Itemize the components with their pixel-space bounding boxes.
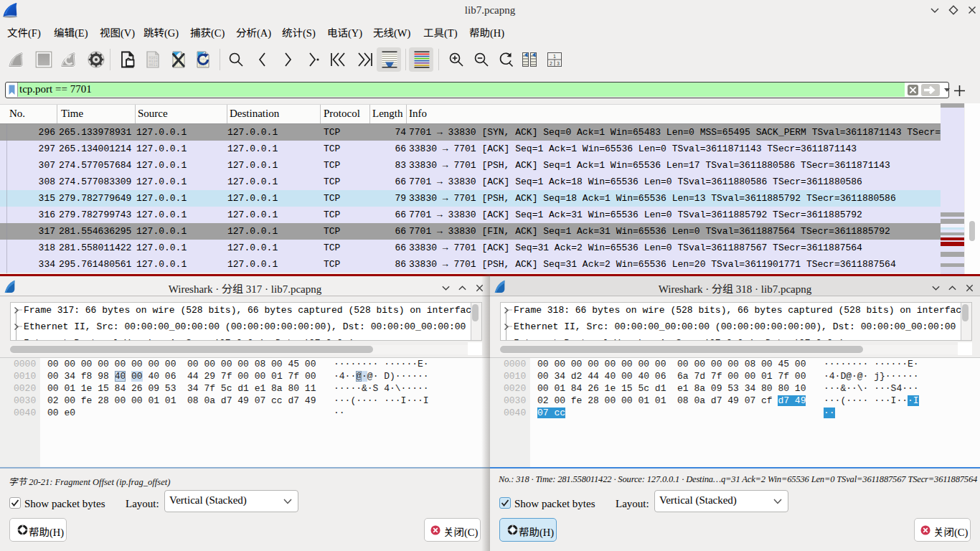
svg-text:3: 3 <box>557 61 560 66</box>
svg-text:0011: 0011 <box>149 62 158 67</box>
svg-text:1: 1 <box>553 54 556 59</box>
svg-text:2: 2 <box>550 61 552 66</box>
